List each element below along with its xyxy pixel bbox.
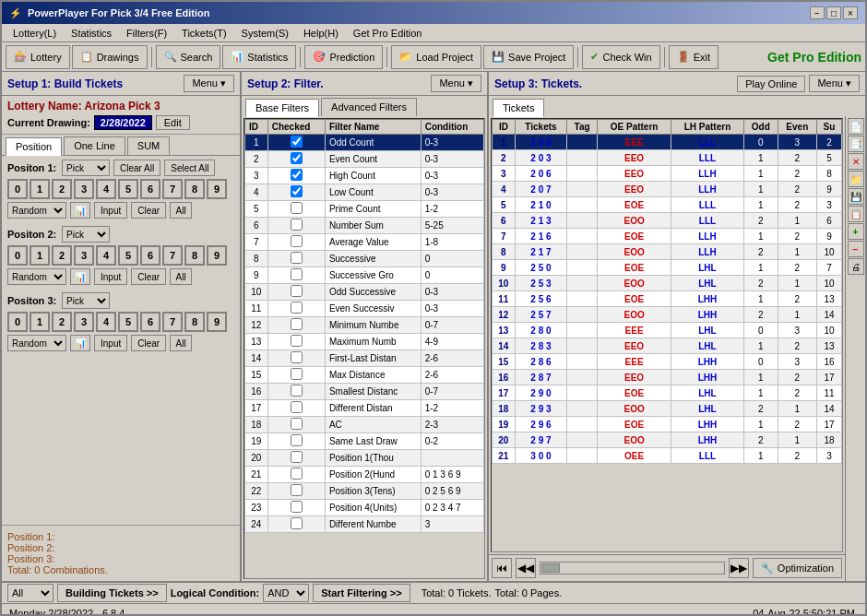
ticket-row[interactable]: 9 2 5 0 EOE LHL 1 2 7: [493, 260, 842, 276]
toolbar-save[interactable]: 💾 Save Project: [483, 45, 574, 69]
pos2-num-6[interactable]: 6: [140, 245, 160, 266]
filter-row[interactable]: 6 Number Sum 5-25: [245, 218, 484, 234]
edit-button[interactable]: Edit: [156, 115, 190, 130]
and-select[interactable]: AND OR: [263, 584, 309, 602]
pos2-num-9[interactable]: 9: [207, 245, 227, 266]
pos1-all-btn[interactable]: All: [170, 202, 192, 219]
start-filtering-button[interactable]: Start Filtering >>: [313, 584, 410, 602]
pos2-random-select[interactable]: Random: [7, 268, 66, 285]
filter-table-container[interactable]: ID Checked Filter Name Condition 1 Odd C…: [243, 118, 485, 579]
filter-checkbox[interactable]: [267, 467, 325, 483]
pos3-chart-icon[interactable]: 📊: [70, 335, 90, 351]
ticket-row[interactable]: 10 2 5 3 EOO LHL 2 1 10: [493, 276, 842, 291]
ticket-row[interactable]: 8 2 1 7 EOO LLH 2 1 10: [493, 244, 842, 260]
pos3-input-btn[interactable]: Input: [94, 335, 127, 351]
drawing-date[interactable]: 2/28/2022: [94, 115, 152, 130]
pos2-num-8[interactable]: 8: [184, 245, 205, 266]
ticket-row[interactable]: 14 2 8 3 EEO LHL 1 2 13: [493, 338, 842, 354]
pos1-num-5[interactable]: 5: [118, 179, 138, 199]
play-online-button[interactable]: Play Online: [737, 76, 805, 92]
ticket-row[interactable]: 2 2 0 3 EEO LLL 1 2 5: [493, 150, 842, 166]
side-btn-print[interactable]: 🖨: [848, 258, 864, 275]
ticket-row[interactable]: 4 2 0 7 EEO LLH 1 2 9: [493, 182, 842, 197]
pos3-num-9[interactable]: 9: [207, 312, 227, 332]
pos1-num-6[interactable]: 6: [140, 179, 160, 199]
filter-checkbox[interactable]: [267, 184, 325, 201]
tab-base-filters[interactable]: Base Filters: [245, 99, 319, 117]
tab-sum[interactable]: SUM: [127, 136, 170, 155]
filter-row[interactable]: 4 Low Count 0-3: [245, 184, 484, 201]
filter-checkbox[interactable]: [267, 135, 325, 151]
filter-row[interactable]: 22 Position 3(Tens) 0 2 5 6 9: [245, 483, 484, 500]
ticket-row[interactable]: 19 2 9 6 EOE LHH 1 2 17: [493, 417, 842, 432]
filter-row[interactable]: 14 First-Last Distan 2-6: [245, 350, 484, 367]
pos1-select-all[interactable]: Select All: [164, 160, 215, 176]
filter-checkbox[interactable]: [267, 201, 325, 218]
middle-menu-button[interactable]: Menu ▾: [431, 75, 481, 92]
pos1-input-btn[interactable]: Input: [94, 202, 127, 219]
pos1-num-1[interactable]: 1: [30, 179, 50, 199]
pos1-chart-icon[interactable]: 📊: [70, 202, 90, 219]
toolbar-checkwin[interactable]: ✔ Check Win: [582, 45, 659, 69]
optimization-button[interactable]: 🔧 Optimization: [753, 558, 842, 578]
ticket-row[interactable]: 15 2 8 6 EEE LHH 0 3 16: [493, 354, 842, 370]
pos3-num-6[interactable]: 6: [140, 312, 160, 332]
filter-checkbox[interactable]: [267, 450, 325, 467]
tab-tickets[interactable]: Tickets: [493, 99, 544, 117]
pos2-num-4[interactable]: 4: [96, 245, 116, 266]
nav-next[interactable]: ▶▶: [729, 558, 749, 578]
nav-prev[interactable]: ◀◀: [516, 558, 536, 578]
ticket-row[interactable]: 12 2 5 7 EOO LHH 2 1 14: [493, 307, 842, 323]
pos2-all-btn[interactable]: All: [170, 268, 192, 285]
menu-statistics[interactable]: Statistics: [64, 26, 119, 41]
filter-checkbox[interactable]: [267, 334, 325, 350]
filter-row[interactable]: 17 Different Distan 1-2: [245, 400, 484, 417]
filter-checkbox[interactable]: [267, 367, 325, 384]
pos1-clear-btn[interactable]: Clear: [131, 202, 166, 219]
toolbar-drawings[interactable]: 📋 Drawings: [72, 45, 148, 69]
filter-row[interactable]: 21 Position 2(Hund 0 1 3 6 9: [245, 467, 484, 483]
filter-checkbox[interactable]: [267, 168, 325, 184]
pos3-num-5[interactable]: 5: [118, 312, 138, 332]
filter-checkbox[interactable]: [267, 350, 325, 367]
pos1-num-3[interactable]: 3: [74, 179, 94, 199]
toolbar-lottery[interactable]: 🎰 Lottery: [6, 45, 70, 69]
pos2-input-btn[interactable]: Input: [94, 268, 127, 285]
filter-checkbox[interactable]: [267, 151, 325, 168]
filter-checkbox[interactable]: [267, 218, 325, 234]
filter-checkbox[interactable]: [267, 234, 325, 251]
left-menu-button[interactable]: Menu ▾: [184, 75, 234, 92]
pos2-type-select[interactable]: Pick: [62, 226, 110, 243]
filter-row[interactable]: 20 Position 1(Thou: [245, 450, 484, 467]
ticket-row[interactable]: 16 2 8 7 EEO LHH 1 2 17: [493, 370, 842, 385]
filter-checkbox[interactable]: [267, 500, 325, 516]
filter-row[interactable]: 13 Maximum Numb 4-9: [245, 334, 484, 350]
ticket-row[interactable]: 1 2 0 0 EEE LLL 0 3 2: [493, 135, 842, 150]
filter-checkbox[interactable]: [267, 400, 325, 417]
pos2-num-2[interactable]: 2: [52, 245, 72, 266]
filter-checkbox[interactable]: [267, 516, 325, 533]
filter-row[interactable]: 23 Position 4(Units) 0 2 3 4 7: [245, 500, 484, 516]
pos1-num-9[interactable]: 9: [207, 179, 227, 199]
horizontal-scrollbar[interactable]: [540, 562, 725, 575]
pos2-num-7[interactable]: 7: [162, 245, 183, 266]
filter-row[interactable]: 3 High Count 0-3: [245, 168, 484, 184]
ticket-row[interactable]: 7 2 1 6 EOE LLH 1 2 9: [493, 229, 842, 244]
filter-checkbox[interactable]: [267, 301, 325, 317]
pos3-type-select[interactable]: Pick: [62, 292, 110, 309]
toolbar-search[interactable]: 🔍 Search: [156, 45, 221, 69]
pos3-num-2[interactable]: 2: [52, 312, 72, 332]
pos3-num-8[interactable]: 8: [184, 312, 205, 332]
ticket-row[interactable]: 6 2 1 3 EOO LLL 2 1 6: [493, 213, 842, 229]
pos1-num-4[interactable]: 4: [96, 179, 116, 199]
pos2-clear-btn[interactable]: Clear: [131, 268, 166, 285]
filter-checkbox[interactable]: [267, 251, 325, 267]
filter-checkbox[interactable]: [267, 483, 325, 500]
filter-row[interactable]: 19 Same Last Draw 0-2: [245, 433, 484, 450]
filter-checkbox[interactable]: [267, 267, 325, 284]
right-menu-button[interactable]: Menu ▾: [809, 75, 860, 92]
filter-row[interactable]: 16 Smallest Distanc 0-7: [245, 384, 484, 400]
ticket-row[interactable]: 3 2 0 6 EEO LLH 1 2 8: [493, 166, 842, 182]
side-btn-folder[interactable]: 📁: [848, 171, 864, 187]
ticket-row[interactable]: 5 2 1 0 EOE LLL 1 2 3: [493, 197, 842, 213]
